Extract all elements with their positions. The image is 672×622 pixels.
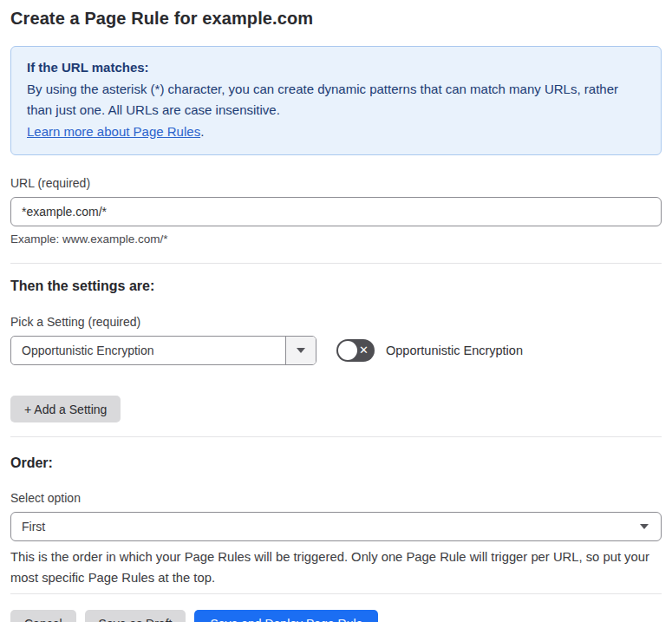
url-example-helper: Example: www.example.com/* <box>10 232 662 246</box>
toggle-setting-label: Opportunistic Encryption <box>386 344 523 357</box>
footer-actions: Cancel Save as Draft Save and Deploy Pag… <box>10 610 662 622</box>
cancel-button[interactable]: Cancel <box>10 610 76 622</box>
url-field-label: URL (required) <box>10 176 662 190</box>
setting-select-value: Opportunistic Encryption <box>11 337 285 364</box>
learn-more-link[interactable]: Learn more about Page Rules <box>27 124 200 139</box>
url-input[interactable] <box>10 197 662 226</box>
order-heading: Order: <box>10 455 662 471</box>
setting-row: Opportunistic Encryption ✕ Opportunistic… <box>10 336 662 365</box>
order-select[interactable]: First <box>10 512 662 541</box>
chevron-down-icon <box>297 348 305 353</box>
link-period: . <box>200 124 204 139</box>
setting-select-caret-segment[interactable] <box>285 337 316 364</box>
page-title: Create a Page Rule for example.com <box>10 9 662 29</box>
settings-heading: Then the settings are: <box>10 278 662 294</box>
order-select-value: First <box>22 520 45 534</box>
toggle-off-x-icon: ✕ <box>359 344 369 356</box>
order-select-label: Select option <box>10 491 662 505</box>
toggle-knob <box>338 341 357 360</box>
info-box-body: By using the asterisk (*) character, you… <box>27 79 645 121</box>
page-rule-form: Create a Page Rule for example.com If th… <box>0 9 672 622</box>
url-match-info-box: If the URL matches: By using the asteris… <box>10 46 662 155</box>
order-helper-text: This is the order in which your Page Rul… <box>10 547 662 588</box>
divider <box>10 263 662 264</box>
save-and-deploy-button[interactable]: Save and Deploy Page Rule <box>194 610 378 622</box>
chevron-down-icon <box>640 524 649 529</box>
info-box-link-line: Learn more about Page Rules. <box>27 121 645 143</box>
add-setting-button[interactable]: + Add a Setting <box>10 396 121 422</box>
info-box-heading: If the URL matches: <box>27 57 645 79</box>
setting-select[interactable]: Opportunistic Encryption <box>10 336 316 365</box>
opportunistic-encryption-toggle[interactable]: ✕ <box>336 339 375 362</box>
divider <box>10 593 662 594</box>
divider <box>10 436 662 437</box>
setting-picker-label: Pick a Setting (required) <box>10 315 662 329</box>
save-as-draft-button[interactable]: Save as Draft <box>85 610 186 622</box>
